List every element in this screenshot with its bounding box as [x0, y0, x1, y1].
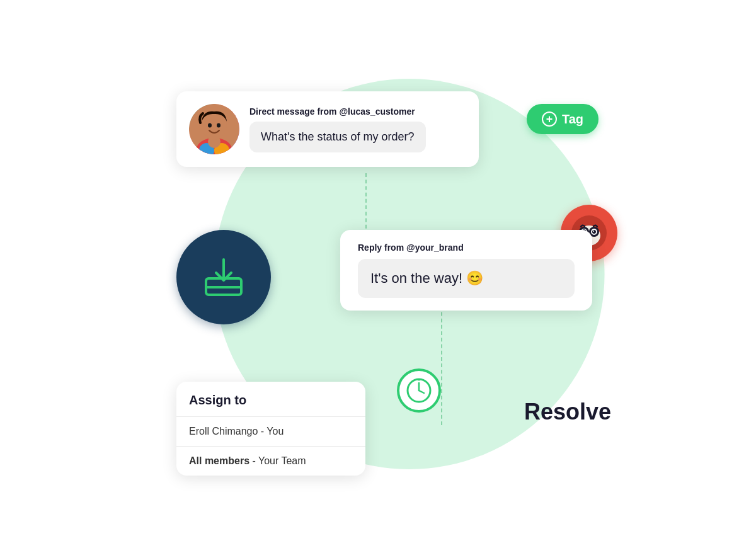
resolve-button[interactable]: Resolve: [524, 399, 611, 425]
reply-card: Reply from @your_brand It's on the way! …: [340, 230, 592, 311]
tag-button-label: Tag: [562, 112, 583, 127]
direct-message-bubble: What's the status of my order?: [249, 122, 426, 152]
direct-message-header: Direct message from @lucas_customer: [249, 106, 426, 117]
direct-message-content: Direct message from @lucas_customer What…: [249, 106, 426, 152]
direct-message-card: Direct message from @lucas_customer What…: [176, 91, 479, 167]
svg-point-17: [593, 231, 594, 232]
reply-header: Reply from @your_brand: [358, 243, 575, 253]
connector-line-v2: [441, 299, 442, 425]
scene: + Tag: [94, 28, 662, 520]
svg-point-16: [592, 230, 596, 234]
clock-icon-circle: [397, 368, 441, 413]
assign-item-all-members[interactable]: All members - Your Team: [176, 447, 365, 476]
resolve-label: Resolve: [524, 399, 611, 425]
clock-icon: [405, 377, 433, 404]
svg-point-6: [208, 123, 212, 128]
dm-handle: @lucas_customer: [339, 106, 415, 117]
assign-to-card: Assign to Eroll Chimango - You All membe…: [176, 382, 365, 476]
plus-icon: +: [542, 111, 557, 127]
reply-bubble: It's on the way! 😊: [358, 259, 575, 298]
reply-from-label: Reply from: [358, 243, 406, 253]
tag-button[interactable]: + Tag: [527, 104, 598, 134]
avatar: [189, 104, 239, 154]
svg-point-5: [202, 112, 227, 140]
assign-to-title: Assign to: [176, 382, 365, 416]
svg-point-7: [217, 123, 220, 128]
reply-handle: @your_brand: [406, 243, 464, 253]
dm-from-label: Direct message from: [249, 106, 339, 117]
assign-item-eroll[interactable]: Eroll Chimango - You: [176, 417, 365, 446]
svg-line-24: [419, 391, 424, 393]
inbox-icon-circle: [176, 230, 271, 324]
